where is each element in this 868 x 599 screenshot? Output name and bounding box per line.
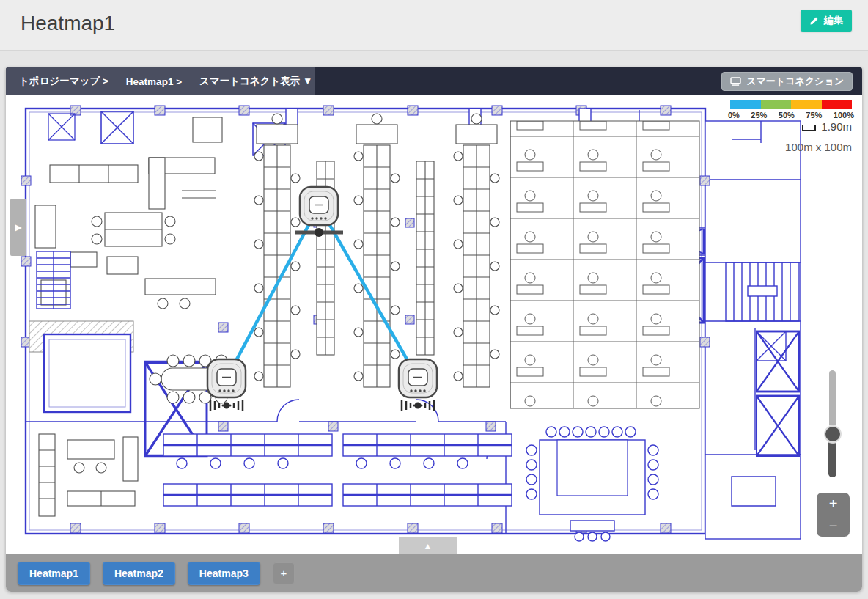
breadcrumb-heatmap1[interactable]: Heatmap1 > (126, 76, 182, 87)
zoom-slider-handle[interactable] (824, 425, 842, 443)
page-header: Heatmap1 編集 (0, 0, 868, 51)
legend-segment (822, 100, 853, 109)
zoom-button-panel: + − (817, 493, 850, 537)
monitor-icon (730, 77, 741, 86)
breadcrumb: トポロジーマップ > Heatmap1 > スマートコネクト表示 ▼ (6, 67, 315, 95)
left-panel-expander[interactable]: ▶ (10, 199, 26, 256)
smart-connection-label: スマートコネクション (746, 75, 844, 88)
map-size-label: 100m x 100m (785, 141, 852, 153)
heatmap-tabbar: Heatmap1Heatmap2Heatmap3 + (6, 554, 862, 592)
grid-scale-value: 1.90m (821, 120, 852, 133)
legend-label: 25% (751, 111, 767, 120)
triangle-right-icon: ▶ (15, 222, 21, 232)
legend-label: 50% (779, 111, 795, 120)
pencil-icon (809, 16, 819, 26)
edit-button-label: 編集 (824, 14, 843, 27)
topology-panel: トポロジーマップ > Heatmap1 > スマートコネクト表示 ▼ スマートコ… (6, 67, 862, 592)
heatmap-tab-heatmap1[interactable]: Heatmap1 (18, 562, 90, 585)
edit-button[interactable]: 編集 (801, 10, 852, 32)
heatmap-tab-heatmap2[interactable]: Heatmap2 (103, 562, 175, 585)
map-canvas[interactable]: ✳ (6, 95, 862, 554)
triangle-up-icon: ▲ (424, 541, 433, 551)
map-toolbar: トポロジーマップ > Heatmap1 > スマートコネクト表示 ▼ スマートコ… (6, 67, 862, 95)
grid-scale: 1.90m (802, 120, 852, 133)
scale-bracket-icon (802, 125, 816, 131)
legend-label: 0% (728, 111, 740, 120)
page-title: Heatmap1 (21, 12, 115, 35)
breadcrumb-topology[interactable]: トポロジーマップ > (19, 75, 108, 88)
collapse-tabbar-button[interactable]: ▲ (399, 537, 457, 554)
heat-legend: 0%25%50%75%100% (730, 100, 852, 120)
heatmap-tab-heatmap3[interactable]: Heatmap3 (188, 562, 260, 585)
legend-label: 75% (806, 111, 822, 120)
heatmap-tabbar-list: Heatmap1Heatmap2Heatmap3 (18, 562, 260, 585)
breadcrumb-view-mode-dropdown[interactable]: スマートコネクト表示 ▼ (199, 75, 312, 88)
heat-legend-labels: 0%25%50%75%100% (728, 111, 854, 120)
heat-legend-bar (730, 100, 852, 109)
legend-segment (791, 100, 822, 109)
legend-segment (761, 100, 792, 109)
smart-connection-button[interactable]: スマートコネクション (721, 72, 853, 91)
legend-label: 100% (834, 111, 854, 120)
add-heatmap-button[interactable]: + (273, 562, 295, 584)
legend-segment (730, 100, 761, 109)
zoom-in-button[interactable]: + (817, 493, 850, 515)
floor-plan-image: ✳ (6, 95, 862, 554)
zoom-out-button[interactable]: − (817, 515, 850, 537)
